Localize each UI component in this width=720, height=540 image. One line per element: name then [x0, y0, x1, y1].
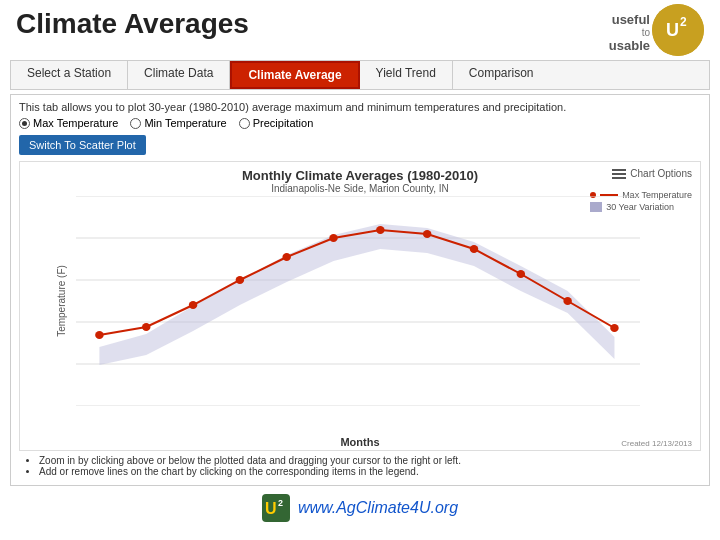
logo-useful: useful: [609, 12, 650, 27]
radio-min-temp-circle[interactable]: [130, 118, 141, 129]
scatter-plot-button[interactable]: Switch To Scatter Plot: [19, 135, 146, 155]
svg-rect-5: [612, 177, 626, 179]
footer-note-1: Zoom in by clicking above or below the p…: [39, 455, 701, 466]
radio-min-temp[interactable]: Min Temperature: [130, 117, 226, 129]
page-header: Climate Averages useful to usable U 2: [0, 0, 720, 60]
svg-point-24: [329, 234, 338, 242]
svg-marker-18: [99, 224, 614, 365]
radio-min-temp-label: Min Temperature: [144, 117, 226, 129]
svg-text:U: U: [666, 20, 679, 40]
logo-to: to: [609, 27, 650, 38]
svg-point-22: [236, 276, 245, 284]
svg-point-20: [142, 323, 151, 331]
radio-max-temp-label: Max Temperature: [33, 117, 118, 129]
y-axis-label: Temperature (F): [56, 265, 67, 337]
svg-text:U: U: [265, 500, 277, 517]
created-text: Created 12/13/2013: [621, 439, 692, 448]
bottom-logo-icon: U 2: [262, 494, 290, 522]
description-text: This tab allows you to plot 30-year (198…: [19, 101, 701, 113]
main-content: This tab allows you to plot 30-year (198…: [10, 94, 710, 486]
bottom-link[interactable]: www.AgClimate4U.org: [298, 499, 458, 517]
svg-point-25: [376, 226, 385, 234]
radio-group: Max Temperature Min Temperature Precipit…: [19, 117, 701, 129]
logo-circle: U 2: [652, 4, 704, 56]
footer-notes: Zoom in by clicking above or below the p…: [19, 455, 701, 477]
svg-point-28: [517, 270, 526, 278]
svg-point-26: [423, 230, 432, 238]
radio-precip-label: Precipitation: [253, 117, 314, 129]
radio-precip-circle[interactable]: [239, 118, 250, 129]
logo: useful to usable U 2: [594, 8, 704, 56]
hamburger-icon: [612, 169, 626, 179]
tab-select-station[interactable]: Select a Station: [11, 61, 128, 89]
chart-svg: 100 80 60 40 20: [76, 196, 640, 406]
svg-point-23: [282, 253, 291, 261]
chart-options[interactable]: Chart Options: [612, 168, 692, 179]
svg-rect-3: [612, 169, 626, 171]
chart-area: Monthly Climate Averages (1980-2010) Ind…: [19, 161, 701, 451]
radio-max-temp-circle[interactable]: [19, 118, 30, 129]
footer-note-2: Add or remove lines on the chart by clic…: [39, 466, 701, 477]
svg-point-27: [470, 245, 479, 253]
chart-title: Monthly Climate Averages (1980-2010): [20, 162, 700, 183]
svg-rect-4: [612, 173, 626, 175]
x-axis-label: Months: [20, 436, 700, 448]
chart-svg-container: Temperature (F) 100 80 60 40 20: [76, 196, 640, 406]
svg-text:2: 2: [680, 15, 687, 29]
page-title: Climate Averages: [16, 8, 249, 40]
bottom-bar: U 2 www.AgClimate4U.org: [0, 490, 720, 526]
radio-precip[interactable]: Precipitation: [239, 117, 314, 129]
logo-text: useful to usable: [609, 12, 650, 53]
tab-comparison[interactable]: Comparison: [453, 61, 550, 89]
chart-options-label: Chart Options: [630, 168, 692, 179]
tab-climate-average[interactable]: Climate Average: [230, 61, 359, 89]
tab-yield-trend[interactable]: Yield Trend: [360, 61, 453, 89]
svg-point-19: [95, 331, 104, 339]
nav-tabs: Select a Station Climate Data Climate Av…: [10, 60, 710, 90]
svg-point-21: [189, 301, 198, 309]
radio-max-temp[interactable]: Max Temperature: [19, 117, 118, 129]
svg-point-30: [610, 324, 619, 332]
svg-text:2: 2: [278, 498, 283, 508]
logo-usable: usable: [609, 38, 650, 53]
svg-point-29: [563, 297, 572, 305]
tab-climate-data[interactable]: Climate Data: [128, 61, 230, 89]
